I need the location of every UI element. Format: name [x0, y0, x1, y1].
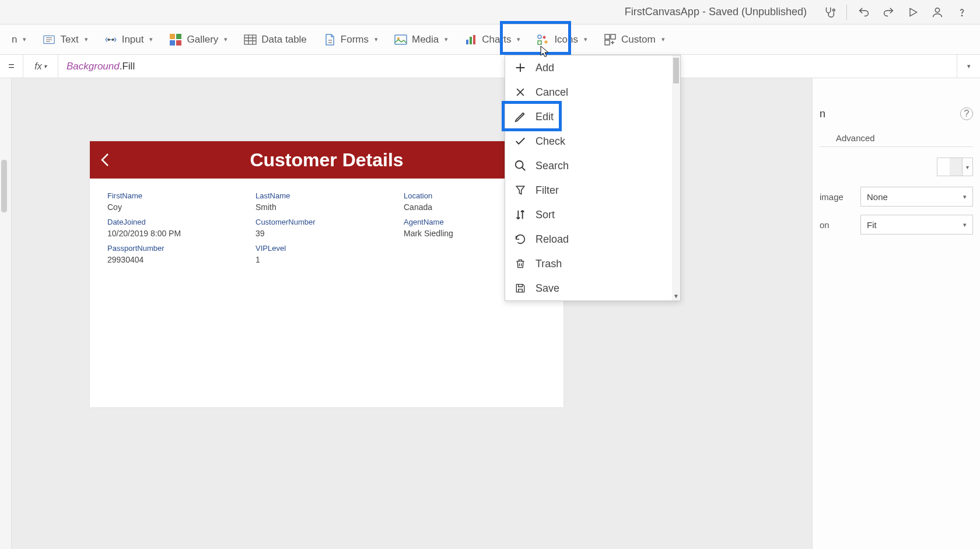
search-icon: [513, 159, 527, 173]
svg-rect-11: [244, 35, 256, 44]
tab-advanced[interactable]: Advanced: [836, 130, 875, 146]
panel-help-icon[interactable]: ?: [960, 107, 973, 120]
app-title: FirstCanvasApp - Saved (Unpublished): [625, 6, 807, 18]
dd-cancel-label: Cancel: [536, 86, 568, 99]
position-select[interactable]: Fit▾: [860, 215, 973, 235]
forms-icon: [323, 33, 336, 46]
left-rail: [0, 78, 12, 549]
dd-item-filter[interactable]: Filter: [505, 178, 680, 202]
svg-rect-9: [170, 40, 175, 46]
properties-panel: n ? Advanced ▾ image None▾ on Fit▾: [812, 78, 980, 549]
screen-header: Customer Details: [90, 141, 564, 179]
svg-rect-19: [605, 34, 610, 39]
icons-icon: [537, 33, 550, 46]
svg-rect-10: [176, 40, 181, 46]
svg-rect-7: [170, 34, 175, 39]
svg-point-5: [108, 39, 110, 40]
ribbon-custom[interactable]: Custom▾: [596, 29, 673, 51]
dd-item-search[interactable]: Search: [505, 153, 680, 178]
text-icon: [43, 33, 55, 46]
custom-icon: [604, 33, 617, 46]
dd-item-add[interactable]: Add: [505, 55, 680, 80]
ribbon-forms-label: Forms: [341, 34, 369, 46]
image-select[interactable]: None▾: [860, 187, 973, 207]
svg-rect-12: [395, 35, 407, 44]
screen-title: Customer Details: [90, 149, 564, 171]
svg-point-22: [516, 161, 523, 169]
field-viplevel: VIPLevel1: [256, 244, 398, 264]
ribbon-text-label: Text: [60, 34, 78, 46]
ribbon-toolbar: n▾ Text▾ Input▾ Gallery▾ Data table Form…: [0, 25, 980, 55]
svg-point-17: [538, 35, 541, 39]
dd-item-trash[interactable]: Trash: [505, 251, 680, 276]
canvas-wrap: Customer Details FirstNameCoy LastNameSm…: [12, 78, 812, 549]
fill-chevron-icon[interactable]: ▾: [963, 158, 973, 176]
charts-icon: [464, 33, 477, 46]
title-bar: FirstCanvasApp - Saved (Unpublished): [0, 0, 980, 25]
panel-tabs: Advanced: [820, 130, 973, 147]
ribbon-partial-left[interactable]: n▾: [12, 29, 34, 50]
save-icon: [513, 281, 527, 295]
undo-icon[interactable]: [853, 1, 875, 23]
ribbon-charts-label: Charts: [482, 34, 511, 46]
svg-rect-18: [538, 41, 541, 44]
formula-rest: .Fill: [120, 61, 135, 72]
formula-fx-button[interactable]: fx▾: [23, 55, 58, 78]
divider: [846, 5, 847, 20]
cancel-icon: [513, 85, 527, 99]
ribbon-input[interactable]: Input▾: [96, 29, 162, 51]
svg-point-0: [833, 9, 835, 11]
title-actions: [818, 1, 973, 23]
dd-sort-label: Sort: [536, 209, 555, 221]
ribbon-gallery-label: Gallery: [187, 34, 218, 46]
ribbon-datatable[interactable]: Data table: [236, 29, 315, 51]
ribbon-media[interactable]: Media▾: [386, 29, 456, 51]
ribbon-icons-label: Icons: [554, 34, 578, 46]
dropdown-scrollbar[interactable]: ▼: [672, 55, 680, 300]
svg-point-3: [961, 15, 962, 16]
ribbon-input-label: Input: [122, 34, 144, 46]
icons-dropdown: Add Cancel Edit Check Search Filter Sort: [505, 55, 681, 301]
play-icon[interactable]: [902, 1, 924, 23]
dd-item-reload[interactable]: Reload: [505, 227, 680, 251]
sort-icon: [513, 208, 527, 222]
dd-search-label: Search: [536, 160, 569, 172]
ribbon-datatable-label: Data table: [261, 34, 307, 46]
ribbon-icons[interactable]: Icons▾: [528, 29, 596, 51]
datatable-icon: [244, 33, 257, 46]
fill-swatch[interactable]: [937, 158, 963, 176]
dd-item-edit[interactable]: Edit: [505, 104, 680, 129]
field-lastname: LastNameSmith: [256, 191, 398, 212]
dd-item-save[interactable]: Save: [505, 276, 680, 300]
person-icon[interactable]: [926, 1, 949, 23]
dd-add-label: Add: [536, 62, 554, 74]
svg-point-6: [112, 39, 114, 40]
left-scroll-thumb[interactable]: [1, 160, 7, 212]
dd-item-sort[interactable]: Sort: [505, 202, 680, 227]
field-firstname: FirstNameCoy: [107, 191, 250, 212]
formula-expand-button[interactable]: ▾: [957, 55, 980, 78]
add-icon: [513, 61, 527, 75]
stethoscope-icon[interactable]: [818, 1, 841, 23]
canvas-screen[interactable]: Customer Details FirstNameCoy LastNameSm…: [90, 141, 564, 407]
dropdown-scroll-down-icon[interactable]: ▼: [673, 293, 679, 299]
help-icon[interactable]: [951, 1, 973, 23]
svg-rect-14: [466, 40, 468, 44]
dropdown-scroll-thumb[interactable]: [673, 58, 679, 83]
ribbon-forms[interactable]: Forms▾: [315, 29, 386, 51]
dd-item-cancel[interactable]: Cancel: [505, 80, 680, 104]
svg-point-2: [935, 8, 939, 12]
ribbon-gallery[interactable]: Gallery▾: [161, 29, 236, 51]
check-icon: [513, 134, 527, 148]
svg-rect-16: [473, 35, 475, 44]
field-datejoined: DateJoined10/20/2019 8:00 PM: [107, 218, 250, 238]
dd-trash-label: Trash: [536, 258, 562, 270]
ribbon-charts[interactable]: Charts▾: [456, 29, 528, 51]
svg-rect-20: [611, 34, 615, 39]
redo-icon[interactable]: [877, 1, 900, 23]
field-passportnumber: PassportNumber29930404: [107, 244, 250, 264]
svg-rect-15: [470, 37, 472, 44]
ribbon-text[interactable]: Text▾: [34, 29, 96, 51]
details-grid: FirstNameCoy LastNameSmith LocationCanad…: [90, 179, 564, 277]
dd-item-check[interactable]: Check: [505, 129, 680, 153]
